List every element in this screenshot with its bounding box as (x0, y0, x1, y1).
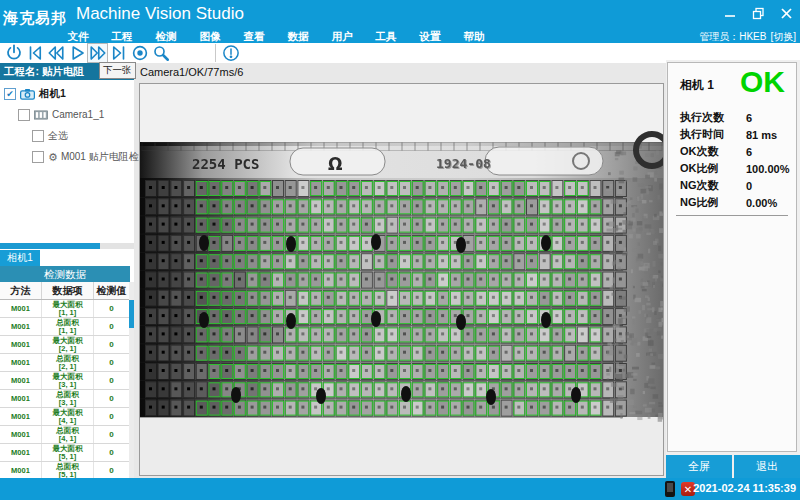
minimize-button[interactable] (720, 4, 740, 22)
first-image-button[interactable] (24, 43, 45, 63)
stats-list: 执行次数 6 执行时间 81 ms OK次数 6 OK比例 100.00% NG… (668, 109, 798, 211)
tree-item-camera1-1[interactable]: Camera1_1 (0, 104, 134, 125)
col-value: 检测值 (94, 282, 130, 299)
tree-item-camera1[interactable]: ✔ 相机1 (0, 83, 134, 104)
stat-row: NG次数 0 (668, 177, 798, 194)
admin-label: 管理员：HKEB (699, 30, 766, 43)
tab-camera1[interactable]: 相机1 (0, 250, 40, 266)
fast-forward-icon (89, 44, 107, 62)
alarm-button[interactable] (220, 43, 241, 63)
run-button[interactable] (66, 43, 87, 63)
menu-file[interactable]: 文件 (56, 30, 100, 43)
tree-item-m001[interactable]: ⚙ M001 贴片电阻检测 (0, 146, 134, 167)
menu-detect[interactable]: 检测 (144, 30, 188, 43)
m001-checkbox[interactable] (32, 151, 44, 163)
horizontal-scrollbar[interactable] (0, 243, 134, 249)
menu-user[interactable]: 用户 (320, 30, 364, 43)
window-title: Machine Vision Studio (76, 4, 244, 24)
tree-item-select-all[interactable]: 全选 (0, 125, 134, 146)
vertical-scrollbar[interactable] (129, 282, 134, 478)
alarm-icon (222, 44, 240, 62)
restore-icon (752, 7, 765, 20)
tree-item-label: 相机1 (39, 87, 66, 101)
menu-image[interactable]: 图像 (188, 30, 232, 43)
stat-row: OK比例 100.00% (668, 160, 798, 177)
table-row[interactable]: M001最大面积[3, 1]0 (0, 372, 130, 390)
stats-divider (676, 215, 788, 216)
next-image-tooltip: 下一张 (99, 62, 136, 79)
exit-button[interactable]: 退出 (734, 455, 800, 478)
menu-bar: 文件 工程 检测 图像 查看 数据 用户 工具 设置 帮助 管理员：HKEB [… (0, 30, 800, 43)
table-row[interactable]: M001总面积[1, 1]0 (0, 318, 130, 336)
stat-row: NG比例 0.00% (668, 194, 798, 211)
tree-item-label: 全选 (48, 129, 68, 143)
menu-settings[interactable]: 设置 (408, 30, 452, 43)
panel-buttons: 全屏 退出 (666, 455, 800, 478)
table-row[interactable]: M001最大面积[2, 1]0 (0, 336, 130, 354)
table-row[interactable]: M001最大面积[5, 1]0 (0, 444, 130, 462)
project-panel: 工程名: 贴片电阻 ✔ 相机1 Camera1_1 全选 ⚙ M001 贴片电阻… (0, 63, 134, 478)
detection-table-body: M001最大面积[1, 1]0M001总面积[1, 1]0M001最大面积[2,… (0, 300, 130, 478)
camera1-1-checkbox[interactable] (18, 109, 30, 121)
table-row[interactable]: M001总面积[2, 1]0 (0, 354, 130, 372)
camera1-checkbox[interactable]: ✔ (4, 88, 16, 100)
table-row[interactable]: M001最大面积[4, 1]0 (0, 408, 130, 426)
power-icon (5, 44, 23, 62)
prev-image-button[interactable] (45, 43, 66, 63)
select-all-checkbox[interactable] (32, 130, 44, 142)
minimize-icon (724, 7, 736, 19)
table-row[interactable]: M001总面积[4, 1]0 (0, 426, 130, 444)
menu-data[interactable]: 数据 (276, 30, 320, 43)
power-button[interactable] (3, 43, 24, 63)
device-icon[interactable] (665, 481, 675, 497)
table-row[interactable]: M001总面积[3, 1]0 (0, 390, 130, 408)
tree-item-label: M001 贴片电阻检测 (61, 150, 149, 164)
menu-help[interactable]: 帮助 (452, 30, 496, 43)
camera-icon (20, 88, 35, 100)
stat-row: 执行次数 6 (668, 109, 798, 126)
camera-image (140, 84, 663, 475)
stat-row: 执行时间 81 ms (668, 126, 798, 143)
col-method: 方法 (0, 282, 42, 299)
stat-row: OK次数 6 (668, 143, 798, 160)
result-text: OK (740, 65, 785, 99)
menu-tools[interactable]: 工具 (364, 30, 408, 43)
restore-button[interactable] (748, 4, 768, 22)
close-icon (780, 7, 793, 20)
table-row[interactable]: M001总面积[5, 1]0 (0, 462, 130, 478)
stats-panel: 相机 1 OK 执行次数 6 执行时间 81 ms OK次数 6 OK比例 10… (666, 60, 800, 478)
search-icon (152, 44, 170, 62)
close-button[interactable] (776, 4, 796, 22)
horizontal-scrollbar-thumb[interactable] (0, 243, 100, 249)
project-tree: ✔ 相机1 Camera1_1 全选 ⚙ M001 贴片电阻检测 (0, 83, 134, 167)
record-icon (131, 44, 149, 62)
status-bar: ✕ 2021-02-24 11:35:39 (0, 478, 800, 500)
app-logo: 海克易邦 (3, 9, 67, 28)
next-image-button[interactable] (87, 43, 108, 63)
play-icon (68, 44, 86, 62)
skip-last-icon (110, 44, 128, 62)
rewind-icon (47, 44, 65, 62)
col-item: 数据项 (42, 282, 94, 299)
toolbar-separator (215, 44, 216, 62)
detection-data-title: 检测数据 (0, 266, 130, 282)
fullscreen-button[interactable]: 全屏 (666, 455, 732, 478)
stats-card: 相机 1 OK 执行次数 6 执行时间 81 ms OK次数 6 OK比例 10… (667, 62, 797, 452)
tree-item-label: Camera1_1 (52, 109, 104, 120)
skip-first-icon (26, 44, 44, 62)
menu-view[interactable]: 查看 (232, 30, 276, 43)
gear-icon: ⚙ (48, 152, 58, 162)
menu-project[interactable]: 工程 (100, 30, 144, 43)
last-image-button[interactable] (108, 43, 129, 63)
switch-user-link[interactable]: [切换] (770, 30, 796, 43)
record-button[interactable] (129, 43, 150, 63)
status-timestamp: 2021-02-24 11:35:39 (693, 482, 796, 494)
camera-viewport[interactable] (139, 83, 664, 476)
title-bar: 海克易邦 Machine Vision Studio (0, 0, 800, 30)
zoom-button[interactable] (150, 43, 171, 63)
film-icon (34, 110, 48, 120)
viewer-header: Camera1/OK/77ms/6 (140, 66, 243, 78)
vertical-scrollbar-thumb[interactable] (129, 300, 134, 328)
table-row[interactable]: M001最大面积[1, 1]0 (0, 300, 130, 318)
stats-camera-label: 相机 1 (680, 77, 714, 94)
